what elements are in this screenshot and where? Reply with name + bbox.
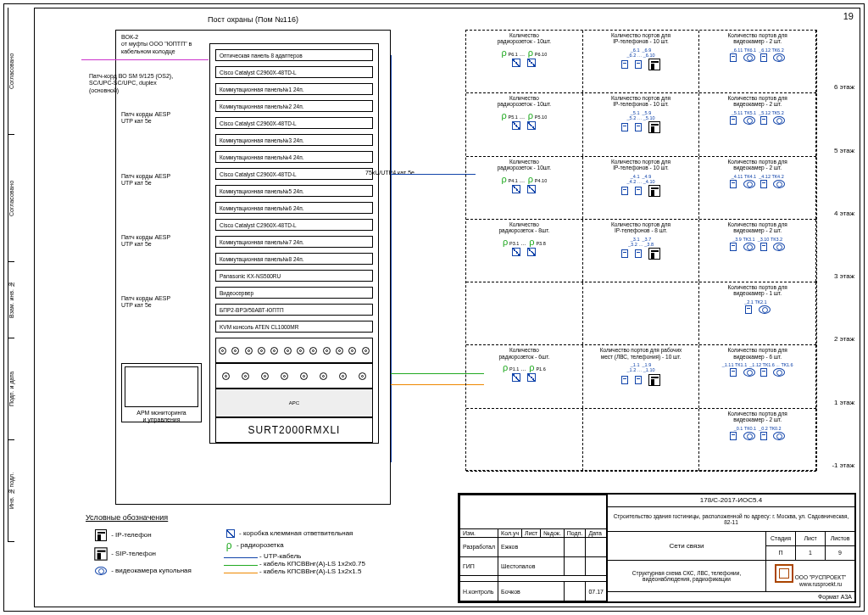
cell-header: Количество портов длявидеокамер - 2 шт. — [703, 221, 812, 237]
side-tab: Взам. инв. № — [8, 262, 14, 338]
kpsvv15-line-icon — [224, 573, 258, 573]
radio-outlet-icon: ρ — [529, 362, 534, 372]
floor-label: 4 этаж — [834, 210, 854, 217]
rack-unit: Коммутационная панель№2 24п. — [215, 100, 373, 112]
floor-cell: Количестворадиорозеток - 10шт.ρ Р4.1 … ρ… — [466, 157, 583, 219]
floor-row: Количестворадиорозеток - 10шт.ρ Р6.1 … ρ… — [466, 31, 816, 93]
floor-cell: Количестворадиорозеток - 10шт.ρ Р6.1 … ρ… — [466, 31, 583, 92]
port-icon — [621, 123, 628, 131]
cell-header: Количество портов длявидеокамер - 2 шт. — [703, 159, 812, 174]
rack-title: Пост охраны (Пом №116) — [116, 15, 390, 24]
rack-unit: Коммутационная панель№7 24п. — [215, 236, 373, 248]
company-logo-icon — [775, 564, 793, 583]
tb-sheets: 9 — [826, 545, 855, 560]
camera-icon — [773, 180, 785, 188]
floor-cell: Количестворадиорозеток - 8шт.ρ Р3.1 … ρ … — [466, 220, 583, 282]
side-tab: Согласовано — [8, 135, 14, 262]
rack-area: Пост охраны (Пом №116) ВОК-2от муфты ООО… — [115, 30, 391, 505]
floor-cell: Количество портов длявидеокамер - 2 шт._… — [699, 31, 816, 92]
tb-col: Стадия — [766, 531, 796, 545]
camera-icon — [95, 567, 107, 575]
port-icon — [760, 116, 767, 125]
cell-header: Количестворадиорозеток - 10шт. — [470, 95, 579, 110]
camera-icon — [743, 116, 755, 125]
rack-cabinet: Оптическая панель 8 адаптеров Cisco Cata… — [209, 43, 379, 444]
port-icon — [621, 60, 628, 69]
port-icon — [730, 368, 737, 377]
rack-unit: Cisco Catalyst C2960X-48TD-L — [215, 219, 373, 231]
cell-header: Количество портов длявидеокамер - 2 шт. — [703, 95, 812, 110]
tb-role: Разработал — [460, 538, 498, 557]
junction-box-icon — [512, 185, 520, 193]
patch-main-note: Патч-корд ВО SM 9/125 (OS2),SC/UPC-SC/UP… — [89, 73, 199, 94]
tb-company: ООО "РУСПРОЕКТ"www.rusproekt.ru — [795, 574, 847, 588]
side-tabs: Согласовано Согласовано Взам. инв. № Под… — [8, 8, 33, 607]
floor-row: Количестворадиорозеток - 8шт.ρ Р3.1 … ρ … — [466, 220, 816, 282]
tb-section: Сети связи — [607, 531, 765, 560]
ip-phone-icon — [648, 121, 660, 133]
tb-format: Формат А3А — [607, 591, 854, 601]
camera-icon — [773, 53, 785, 62]
floor-label: 2 этаж — [834, 335, 854, 343]
legend-text: - коробка клеммная ответвительная — [239, 529, 353, 537]
patch-note-3: Патч корды AESPUTP кат 5e — [121, 234, 198, 249]
rack-unit: Panasonic KX-NS500RU — [215, 270, 373, 282]
rack-unit: Видеосервер — [215, 287, 373, 299]
camera-icon — [773, 116, 785, 125]
radio-outlet-icon: ρ — [529, 237, 534, 247]
port-icon — [760, 368, 767, 377]
cell-header: Количестворадиорозеток - 10шт. — [470, 159, 579, 174]
tb-hdr: №док. — [541, 529, 565, 538]
tb-project: Строительство здания гостиницы, располож… — [607, 506, 854, 531]
tb-name: Бочков — [498, 582, 565, 601]
cell-header: Количество портов дляIP-телефонов - 10 ш… — [587, 159, 696, 174]
patch-note-4: Патч корды AESPUTP кат 5e — [121, 295, 198, 310]
camera-icon — [743, 53, 755, 62]
junction-box-icon — [527, 59, 536, 67]
camera-icon — [773, 432, 785, 440]
floor-cell — [466, 282, 583, 344]
port-icon — [635, 60, 642, 69]
outer-frame: 19 Согласовано Согласовано Взам. инв. № … — [3, 3, 865, 612]
legend-title: Условные обозначения — [86, 513, 467, 522]
rack-unit: БПР2-ВРЭ/50АВТ-ЮПТП — [215, 304, 373, 316]
kpsvv075-line-icon — [224, 565, 258, 566]
radio-outlet-icon: ρ — [501, 174, 506, 184]
vok-note: ВОК-2от муфты ООО "ЮПТП" вкабельном коло… — [121, 34, 206, 55]
wire-trunk-v — [391, 55, 392, 462]
floor-row: Количестворадиорозеток - 6шт.ρ Р1.1 … ρ … — [466, 345, 816, 408]
floor-cell: Количестворадиорозеток - 6шт.ρ Р1.1 … ρ … — [466, 345, 583, 407]
side-tab: Инв. № подл. — [8, 440, 14, 542]
floor-cell: Количество портов дляIP-телефонов - 10 ш… — [583, 31, 700, 92]
junction-box-icon — [527, 248, 536, 256]
port-icon — [730, 180, 737, 188]
tb-sheet-type: Структурная схема СКС, ЛВС, телефонии,ви… — [607, 560, 765, 591]
floor-cell: Количество портов дляIP-телефонов - 8 шт… — [583, 220, 700, 282]
cell-header: Количество портов для рабочихмест (ЛВС, … — [587, 347, 696, 362]
rack-unit: Cisco Catalyst C2960X-48TD-L — [215, 168, 373, 180]
radio-outlet-icon: ρ — [503, 362, 508, 372]
title-block: Изм. Кол.уч Лист №док. Подп. Дата Разраб… — [458, 493, 856, 603]
port-icon — [730, 432, 737, 440]
tb-code: 178/С-2017-ИОС5.4 — [607, 495, 854, 507]
junction-box-icon — [527, 373, 536, 382]
tb-hdr: Лист — [522, 529, 541, 538]
junction-box-icon — [512, 373, 520, 382]
floor-cell: Количество портов длявидеокамер - 2 шт._… — [699, 157, 816, 219]
radio-outlet-icon: ρ — [528, 174, 533, 184]
side-tab: Согласовано — [8, 8, 14, 135]
camera-icon — [759, 305, 771, 314]
cell-header: Количестворадиорозеток - 8шт. — [470, 221, 579, 237]
pdu-row — [215, 338, 373, 363]
patch-note-2: Патч корды AESPUTP кат 5e — [121, 173, 198, 187]
rack-unit: KVM консоль ATEN CL1000MR — [215, 321, 373, 333]
port-icon — [635, 376, 642, 384]
ups-unit: APC — [215, 389, 373, 417]
floor-cell: Количество портов длявидеокамер - 2 шт._… — [699, 220, 816, 282]
rack-unit: Коммутационная панель№6 24п. — [215, 202, 373, 214]
tb-date: 07.17 — [586, 582, 607, 601]
legend-text: - видеокамера купольная — [111, 567, 192, 574]
pdu-row — [215, 363, 373, 389]
cell-header: Количество портов длявидеокамер - 2 шт. — [703, 411, 812, 426]
legend-table: - IP-телефон - SIP-телефон - видеокамера… — [86, 525, 372, 579]
